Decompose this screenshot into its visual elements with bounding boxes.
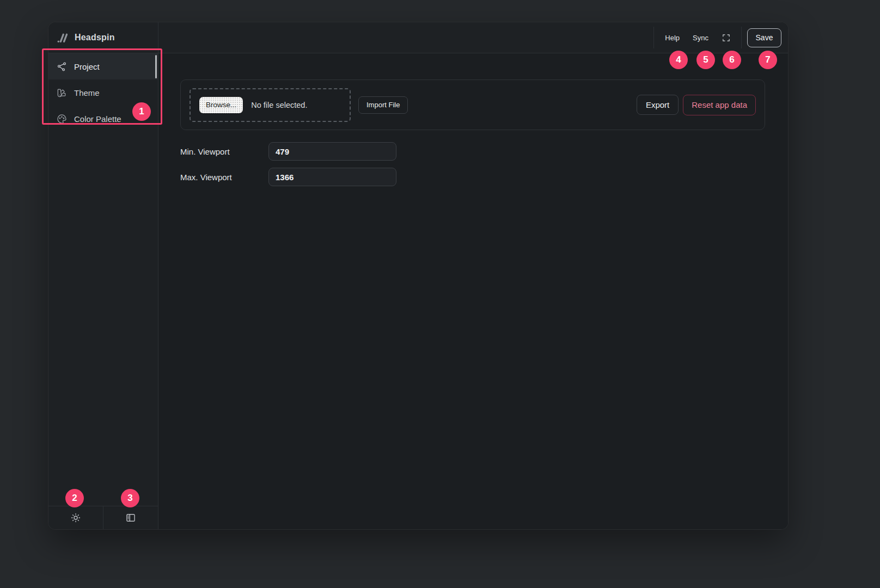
browse-button[interactable]: Browse...: [199, 97, 243, 113]
topbar: Help Sync Save: [158, 22, 788, 53]
sidebar-item-label: Theme: [74, 88, 100, 97]
card-actions: Export Reset app data: [637, 95, 756, 115]
max-viewport-row: Max. Viewport: [180, 168, 765, 186]
sync-button[interactable]: Sync: [686, 28, 715, 47]
screenshot-stage: Headspin Project: [0, 0, 880, 588]
fullscreen-button[interactable]: [715, 28, 737, 47]
max-viewport-input[interactable]: [268, 168, 396, 186]
project-nodes-icon: [57, 62, 67, 72]
brand-title: Headspin: [75, 33, 115, 42]
export-button[interactable]: Export: [637, 95, 679, 115]
sidebar-item-label: Color Palette: [74, 114, 121, 124]
import-export-card: Browse... No file selected. Import File …: [180, 79, 765, 130]
sidebar-scrollbar-thumb[interactable]: [155, 55, 157, 78]
sun-icon: [70, 512, 81, 523]
panel-toggle-button[interactable]: [103, 506, 158, 529]
min-viewport-row: Min. Viewport: [180, 142, 765, 161]
min-viewport-input[interactable]: [268, 142, 396, 161]
headspin-logo-icon: [57, 32, 69, 44]
reset-app-data-button[interactable]: Reset app data: [683, 95, 756, 115]
max-viewport-label: Max. Viewport: [180, 173, 268, 182]
min-viewport-label: Min. Viewport: [180, 147, 268, 156]
sidebar: Headspin Project: [48, 22, 158, 529]
sidebar-item-color-palette[interactable]: Color Palette: [48, 106, 158, 132]
sidebar-item-theme[interactable]: Theme: [48, 79, 158, 106]
palette-icon: [57, 114, 67, 124]
file-dropzone[interactable]: Browse... No file selected.: [190, 88, 351, 122]
file-status-text: No file selected.: [251, 101, 307, 109]
fullscreen-icon: [722, 33, 731, 42]
sidebar-item-project[interactable]: Project: [48, 53, 158, 79]
app-window: Headspin Project: [48, 22, 789, 530]
save-button[interactable]: Save: [747, 28, 781, 47]
sidebar-nav: Project Theme: [48, 53, 158, 132]
logo-row: Headspin: [48, 22, 158, 53]
main-panel: Help Sync Save: [158, 22, 788, 529]
theme-swatches-icon: [57, 88, 67, 98]
topbar-divider: [653, 27, 654, 48]
topbar-divider: [741, 27, 742, 48]
theme-toggle-button[interactable]: [48, 506, 103, 529]
import-file-button[interactable]: Import File: [358, 96, 408, 114]
content-area: Browse... No file selected. Import File …: [158, 53, 788, 529]
panel-left-icon: [125, 512, 136, 523]
help-button[interactable]: Help: [658, 28, 686, 47]
sidebar-item-label: Project: [74, 62, 100, 71]
sidebar-footer: [48, 506, 158, 529]
